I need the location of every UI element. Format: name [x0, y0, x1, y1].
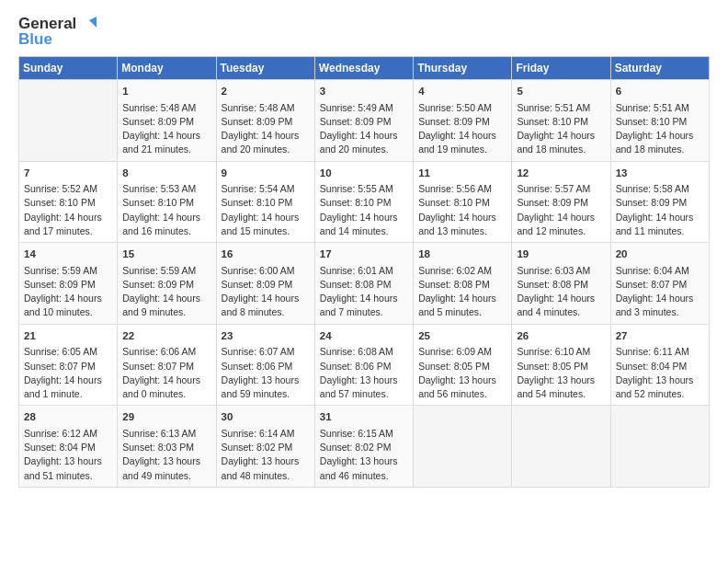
calendar-cell: 15Sunrise: 5:59 AMSunset: 8:09 PMDayligh… [118, 243, 216, 325]
day-number: 7 [24, 166, 112, 181]
calendar-cell: 29Sunrise: 6:13 AMSunset: 8:03 PMDayligh… [118, 406, 216, 488]
day-number: 3 [320, 84, 408, 99]
logo-blue: Blue [18, 30, 97, 49]
day-number: 19 [517, 247, 605, 262]
page: General Blue SundayMondayTuesdayWednesda… [0, 0, 728, 563]
calendar-cell: 20Sunrise: 6:04 AMSunset: 8:07 PMDayligh… [610, 243, 709, 325]
calendar-cell: 18Sunrise: 6:02 AMSunset: 8:08 PMDayligh… [414, 243, 512, 325]
calendar-cell: 10Sunrise: 5:55 AMSunset: 8:10 PMDayligh… [314, 161, 413, 243]
header: General Blue [18, 15, 710, 49]
calendar-cell: 13Sunrise: 5:58 AMSunset: 8:09 PMDayligh… [610, 161, 709, 243]
calendar-cell: 12Sunrise: 5:57 AMSunset: 8:09 PMDayligh… [512, 161, 610, 243]
calendar-cell [19, 80, 118, 162]
header-day-tuesday: Tuesday [216, 57, 314, 80]
day-number: 30 [222, 409, 310, 425]
calendar-week-row: 28Sunrise: 6:12 AMSunset: 8:04 PMDayligh… [19, 406, 710, 488]
day-number: 5 [517, 84, 605, 99]
calendar-cell: 2Sunrise: 5:48 AMSunset: 8:09 PMDaylight… [216, 80, 314, 162]
calendar-cell: 11Sunrise: 5:56 AMSunset: 8:10 PMDayligh… [414, 161, 512, 243]
day-number: 20 [616, 247, 704, 262]
day-number: 22 [122, 328, 210, 344]
calendar-cell: 22Sunrise: 6:06 AMSunset: 8:07 PMDayligh… [118, 324, 216, 406]
calendar-cell: 31Sunrise: 6:15 AMSunset: 8:02 PMDayligh… [314, 406, 413, 488]
day-number: 25 [418, 328, 506, 344]
calendar-cell: 5Sunrise: 5:51 AMSunset: 8:10 PMDaylight… [512, 80, 610, 162]
calendar-cell: 1Sunrise: 5:48 AMSunset: 8:09 PMDaylight… [118, 80, 216, 162]
day-number: 11 [418, 166, 506, 181]
day-number: 21 [24, 328, 112, 344]
calendar-cell [512, 406, 610, 488]
calendar-cell: 25Sunrise: 6:09 AMSunset: 8:05 PMDayligh… [414, 324, 512, 406]
day-number: 23 [222, 328, 310, 344]
calendar-cell: 14Sunrise: 5:59 AMSunset: 8:09 PMDayligh… [19, 243, 118, 325]
header-day-monday: Monday [118, 57, 216, 80]
day-number: 31 [320, 409, 408, 425]
logo-bird-icon [78, 17, 97, 31]
svg-marker-0 [89, 17, 97, 28]
header-day-friday: Friday [512, 57, 610, 80]
day-number: 14 [24, 247, 112, 262]
header-day-sunday: Sunday [19, 57, 118, 80]
calendar-cell: 24Sunrise: 6:08 AMSunset: 8:06 PMDayligh… [314, 324, 413, 406]
day-number: 18 [418, 247, 506, 262]
day-number: 10 [320, 166, 408, 181]
day-number: 17 [320, 247, 408, 262]
day-number: 27 [616, 328, 704, 344]
day-number: 1 [122, 84, 210, 99]
calendar-cell: 6Sunrise: 5:51 AMSunset: 8:10 PMDaylight… [610, 80, 709, 162]
calendar-cell: 30Sunrise: 6:14 AMSunset: 8:02 PMDayligh… [216, 406, 314, 488]
calendar-cell: 17Sunrise: 6:01 AMSunset: 8:08 PMDayligh… [314, 243, 413, 325]
day-number: 29 [122, 409, 210, 425]
day-number: 13 [616, 166, 704, 181]
calendar-cell: 19Sunrise: 6:03 AMSunset: 8:08 PMDayligh… [512, 243, 610, 325]
calendar-cell: 23Sunrise: 6:07 AMSunset: 8:06 PMDayligh… [216, 324, 314, 406]
calendar-cell: 16Sunrise: 6:00 AMSunset: 8:09 PMDayligh… [216, 243, 314, 325]
day-number: 8 [122, 166, 210, 181]
calendar-cell [414, 406, 512, 488]
calendar-cell: 28Sunrise: 6:12 AMSunset: 8:04 PMDayligh… [19, 406, 118, 488]
day-number: 12 [517, 166, 605, 181]
calendar-cell: 4Sunrise: 5:50 AMSunset: 8:09 PMDaylight… [414, 80, 512, 162]
calendar-cell: 7Sunrise: 5:52 AMSunset: 8:10 PMDaylight… [19, 161, 118, 243]
calendar-cell: 26Sunrise: 6:10 AMSunset: 8:05 PMDayligh… [512, 324, 610, 406]
calendar-header-row: SundayMondayTuesdayWednesdayThursdayFrid… [19, 57, 710, 80]
header-day-saturday: Saturday [610, 57, 709, 80]
calendar-cell: 3Sunrise: 5:49 AMSunset: 8:09 PMDaylight… [314, 80, 413, 162]
day-number: 28 [24, 409, 112, 425]
logo-container: General Blue [18, 15, 97, 49]
calendar-week-row: 14Sunrise: 5:59 AMSunset: 8:09 PMDayligh… [19, 243, 710, 325]
day-number: 9 [222, 166, 310, 181]
calendar-week-row: 1Sunrise: 5:48 AMSunset: 8:09 PMDaylight… [19, 80, 710, 162]
day-number: 26 [517, 328, 605, 344]
calendar-table: SundayMondayTuesdayWednesdayThursdayFrid… [18, 56, 710, 488]
calendar-cell: 27Sunrise: 6:11 AMSunset: 8:04 PMDayligh… [610, 324, 709, 406]
day-number: 6 [616, 84, 704, 99]
calendar-week-row: 7Sunrise: 5:52 AMSunset: 8:10 PMDaylight… [19, 161, 710, 243]
day-number: 15 [122, 247, 210, 262]
day-number: 2 [222, 84, 310, 99]
day-number: 16 [222, 247, 310, 262]
day-number: 24 [320, 328, 408, 344]
header-day-wednesday: Wednesday [314, 57, 413, 80]
logo: General Blue [18, 15, 97, 49]
calendar-cell: 8Sunrise: 5:53 AMSunset: 8:10 PMDaylight… [118, 161, 216, 243]
calendar-cell: 9Sunrise: 5:54 AMSunset: 8:10 PMDaylight… [216, 161, 314, 243]
header-day-thursday: Thursday [414, 57, 512, 80]
calendar-cell: 21Sunrise: 6:05 AMSunset: 8:07 PMDayligh… [19, 324, 118, 406]
day-number: 4 [418, 84, 506, 99]
calendar-week-row: 21Sunrise: 6:05 AMSunset: 8:07 PMDayligh… [19, 324, 710, 406]
calendar-cell [610, 406, 709, 488]
